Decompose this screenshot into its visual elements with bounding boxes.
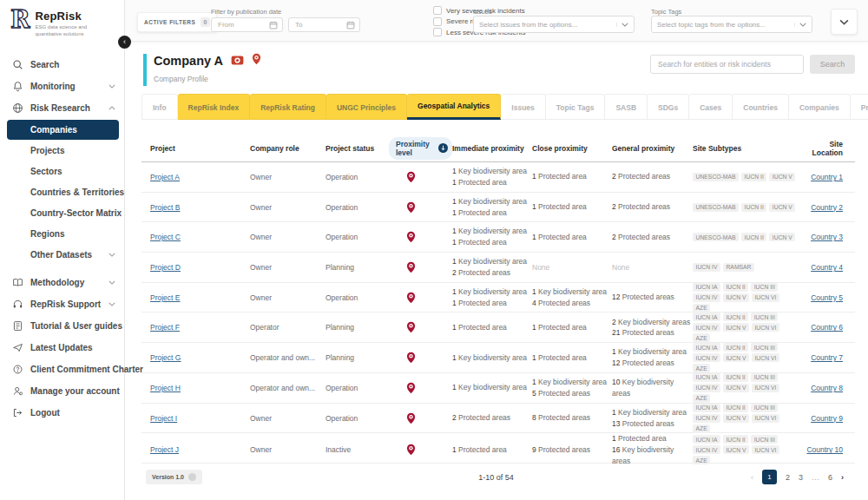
project-link[interactable]: Project I [150,414,177,423]
topic-tags-select[interactable]: Select topic tags from the options... [651,16,812,33]
tab-info[interactable]: Info [141,94,178,120]
expand-filters-button[interactable] [831,9,858,35]
sidebar-item-country-sector-matrix[interactable]: Country-Sector Matrix [0,203,124,224]
country-link[interactable]: Country 9 [811,414,843,423]
tab-reprisk-rating[interactable]: RepRisk Rating [250,94,326,120]
location-pin-icon[interactable] [406,292,416,304]
column-header-immediate-proximity[interactable]: Immediate proximity [452,144,532,153]
project-link[interactable]: Project D [150,263,181,272]
search-button[interactable]: Search [810,55,855,74]
checkbox-icon[interactable] [433,17,442,26]
sidebar-item-risk-research[interactable]: Risk Research [0,97,124,119]
column-header-site-location[interactable]: Site Location [800,140,846,157]
tab-countries[interactable]: Countries [733,94,789,120]
tab-sasb[interactable]: SASB [605,94,648,120]
pagination-page-2[interactable]: 2 [786,473,790,482]
country-link[interactable]: Country 2 [811,203,843,212]
company-role-cell: Owner [250,414,326,423]
sort-descending-icon[interactable] [438,143,448,153]
location-pin-icon[interactable] [406,171,416,183]
column-header-company-role[interactable]: Company role [250,144,326,153]
project-link[interactable]: Project F [150,323,180,332]
pagination-prev[interactable]: ‹ [751,473,753,482]
country-link[interactable]: Country 7 [811,353,843,362]
column-header-project-status[interactable]: Project status [326,144,389,153]
column-header-general-proximity[interactable]: General proximity [612,144,693,153]
tab-projects[interactable]: Projects [851,94,868,120]
tab-geospatial-analytics[interactable]: Geospatial Analytics [407,94,501,120]
version-info-icon[interactable] [188,473,196,481]
tab-cases[interactable]: Cases [689,94,733,120]
tab-reprisk-index[interactable]: RepRisk Index [178,94,251,120]
location-pin-icon[interactable] [406,444,416,456]
sidebar-item-latest-updates[interactable]: Latest Updates [0,337,124,359]
location-pin-icon[interactable] [406,382,416,394]
date-to-input[interactable] [293,20,345,30]
country-link[interactable]: Country 10 [806,445,843,454]
tab-sdgs[interactable]: SDGs [648,94,689,120]
location-pin-icon[interactable] [406,321,416,333]
project-link[interactable]: Project B [150,203,181,212]
sidebar-item-countries-territories[interactable]: Countries & Territories [0,182,124,203]
tab-topic-tags[interactable]: Topic Tags [546,94,606,120]
sidebar-item-projects[interactable]: Projects [0,141,124,161]
tab-companies[interactable]: Companies [789,94,851,120]
project-link[interactable]: Project E [150,293,181,302]
country-link[interactable]: Country 1 [811,173,843,181]
location-pin-icon[interactable] [406,231,416,243]
location-pin-icon[interactable] [406,201,416,214]
country-link[interactable]: Country 4 [811,263,843,272]
calendar-icon[interactable] [346,21,355,30]
project-link[interactable]: Project A [150,173,180,181]
project-link[interactable]: Project C [150,233,181,241]
date-from-field[interactable] [211,17,283,32]
project-link[interactable]: Project H [150,384,181,392]
location-pin-icon[interactable] [252,53,261,68]
country-link[interactable]: Country 8 [811,384,843,392]
sidebar-collapse-button[interactable]: ‹ [118,36,131,49]
sidebar-item-companies[interactable]: Companies [7,120,119,140]
date-to-field[interactable] [288,17,360,32]
sidebar-item-methodology[interactable]: Methodology [0,272,124,293]
country-link[interactable]: Country 5 [811,293,843,302]
chevron-down-icon[interactable] [794,23,806,27]
sidebar-item-logout[interactable]: Logout [0,402,124,424]
sidebar-item-manage-your-account[interactable]: Manage your account [0,380,124,402]
pagination-page-6[interactable]: 6 [828,473,832,482]
sidebar-item-monitoring[interactable]: Monitoring [0,76,124,97]
country-link[interactable]: Country 6 [811,323,843,332]
country-link[interactable]: Country 3 [811,233,843,241]
active-filters-button[interactable]: ACTIVE FILTERS 0 [137,12,217,32]
tab-issues[interactable]: Issues [501,94,545,120]
camera-badge-icon[interactable] [231,54,244,68]
pagination-page-3[interactable]: 3 [799,473,803,482]
entity-search-input[interactable] [650,55,804,74]
project-link[interactable]: Project J [150,445,179,454]
sidebar-item-regions[interactable]: Regions [0,224,124,245]
location-pin-icon[interactable] [406,261,416,273]
sidebar-item-search[interactable]: Search [0,54,124,76]
sidebar-item-other-datasets[interactable]: Other Datasets [0,245,124,266]
column-header-close-proximity[interactable]: Close proximity [532,144,612,153]
calendar-icon[interactable] [269,21,278,30]
sidebar-item-sectors[interactable]: Sectors [0,161,124,182]
sidebar-item-tutorial-user-guides[interactable]: Tutorial & User guides [0,315,124,337]
checkbox-icon[interactable] [433,28,442,36]
column-header-site-subtypes[interactable]: Site Subtypes [693,144,800,153]
location-pin-icon[interactable] [406,352,416,364]
date-from-input[interactable] [216,20,267,30]
chevron-down-icon[interactable] [616,23,628,27]
issues-select[interactable]: Select issues from the options... [473,16,635,33]
sidebar-item-client-commitment-charter[interactable]: Client Commitment Charter [0,359,124,380]
pagination-page-1[interactable]: 1 [762,470,777,484]
value-line: 2 Protected areas [452,267,532,279]
location-pin-icon[interactable] [406,412,416,424]
sidebar-item-reprisk-support[interactable]: RepRisk Support [0,293,124,315]
project-link[interactable]: Project G [150,353,181,362]
pagination-next[interactable]: › [841,473,844,482]
reprisk-logo[interactable]: R RepRisk ESG data science andquantitati… [0,0,124,42]
column-header-project[interactable]: Project [150,144,250,153]
proximity-level-sort-pill[interactable]: Proximity level [389,137,452,160]
tab-ungc-principles[interactable]: UNGC Principles [326,94,407,120]
checkbox-icon[interactable] [433,6,442,15]
